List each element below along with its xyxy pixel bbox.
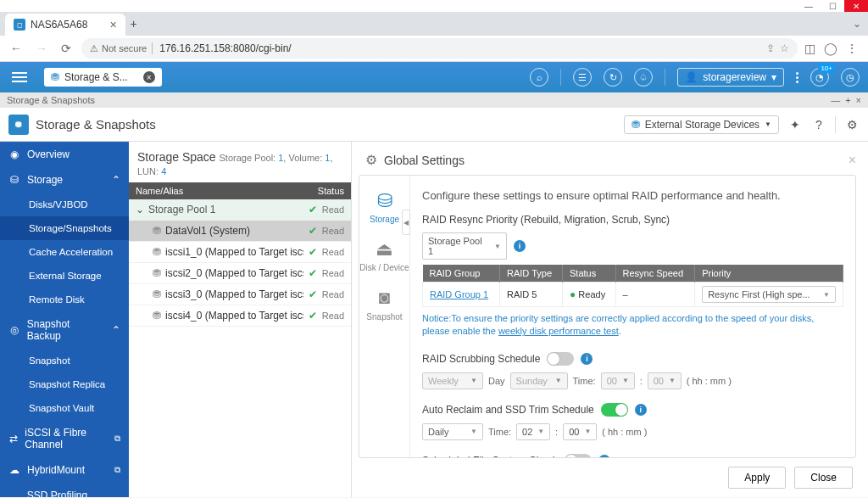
raid-group-link[interactable]: RAID Group 1 bbox=[430, 289, 488, 299]
sidebar-snapshot-backup[interactable]: ◎Snapshot Backup⌃ bbox=[0, 311, 129, 349]
scrub-day-select[interactable]: Sunday▼ bbox=[510, 372, 568, 389]
perf-test-link[interactable]: weekly disk performance test bbox=[498, 326, 619, 336]
nav-back[interactable]: ← bbox=[7, 40, 25, 57]
lun-icon: ⛃ bbox=[153, 246, 161, 258]
volume-icon: ⛃ bbox=[153, 225, 161, 237]
sidebar-cache[interactable]: Cache Acceleration bbox=[0, 240, 129, 264]
tree-row-iscsi3[interactable]: ⛃iscsi3_0 (Mapped to Target iscsi3) ✔Rea… bbox=[129, 284, 351, 305]
trim-mm-select[interactable]: 00▼ bbox=[563, 423, 597, 440]
more-menu[interactable] bbox=[796, 72, 798, 83]
window-maximize[interactable]: + bbox=[845, 95, 850, 105]
new-tab-button[interactable]: + bbox=[125, 17, 142, 31]
sidebar-ssd-profiling[interactable]: ▤SSD Profiling Tool⧉ bbox=[0, 483, 129, 497]
scrub-hh-select[interactable]: 00▼ bbox=[601, 372, 635, 389]
lun-icon: ⛃ bbox=[153, 267, 161, 279]
chevron-down-icon: ⌄ bbox=[136, 204, 144, 215]
sidebar-replica[interactable]: Snapshot Replica bbox=[0, 372, 129, 396]
sidebar-overview[interactable]: ◉Overview bbox=[0, 142, 129, 167]
raid-table: RAID Group RAID Type Status Resync Speed… bbox=[422, 265, 843, 307]
sidebar-vault[interactable]: Snapshot Vault bbox=[0, 396, 129, 420]
scrub-mm-select[interactable]: 00▼ bbox=[648, 372, 682, 389]
sidebar-iscsi[interactable]: ⇄iSCSI & Fibre Channel⧉ bbox=[0, 420, 129, 457]
address-bar[interactable]: ⚠ Not secure 176.16.251.158:8080/cgi-bin… bbox=[81, 38, 798, 59]
nav-reload[interactable]: ⟳ bbox=[58, 40, 75, 57]
sidebar-external[interactable]: External Storage bbox=[0, 264, 129, 288]
help-icon[interactable]: ? bbox=[811, 117, 826, 132]
priority-select[interactable]: Resync First (High spe...▼ bbox=[702, 286, 836, 303]
app-logo-icon: ⛃ bbox=[8, 115, 29, 135]
fsck-toggle[interactable] bbox=[565, 454, 592, 457]
share-icon[interactable]: ⇪ bbox=[766, 42, 775, 54]
dialog-close-icon[interactable]: × bbox=[849, 153, 856, 168]
win-maximize[interactable]: ☐ bbox=[821, 0, 844, 12]
raid-row[interactable]: RAID Group 1 RAID 5 ● Ready – Resync Fir… bbox=[423, 283, 843, 307]
tree-row-iscsi2[interactable]: ⛃iscsi2_0 (Mapped to Target iscsi2) ✔Rea… bbox=[129, 263, 351, 284]
chevron-up-icon: ⌃ bbox=[112, 174, 120, 186]
gauge-icon[interactable]: ◷ bbox=[841, 68, 860, 87]
sidebar-disks[interactable]: Disks/VJBOD bbox=[0, 193, 129, 216]
ssd-icon: ▤ bbox=[8, 495, 20, 497]
browser-tab[interactable]: ◻ NAS6A5A68 × bbox=[5, 14, 125, 36]
win-close[interactable]: ✕ bbox=[844, 0, 868, 12]
window-minimize[interactable]: — bbox=[831, 95, 840, 105]
info-icon[interactable]: i bbox=[514, 240, 526, 252]
close-button[interactable]: Close bbox=[794, 467, 853, 489]
profile-icon[interactable]: ◯ bbox=[824, 42, 837, 55]
storage-tree-panel: Storage Space Storage Pool: 1, Volume: 1… bbox=[129, 142, 352, 497]
sidebar-snapshot[interactable]: Snapshot bbox=[0, 349, 129, 372]
app-tab-storage[interactable]: ⛃ Storage & S... × bbox=[44, 68, 162, 87]
info-icon[interactable]: i bbox=[598, 455, 610, 457]
storage-icon: ⛁ bbox=[8, 174, 20, 186]
tree-row-iscsi1[interactable]: ⛃iscsi1_0 (Mapped to Target iscsi1) ✔Rea… bbox=[129, 242, 351, 263]
sidebar-remote[interactable]: Remote Disk bbox=[0, 288, 129, 311]
info-icon[interactable]: i bbox=[581, 353, 593, 365]
tab-dropdown-icon[interactable]: ⌄ bbox=[853, 18, 868, 30]
tree-row-datavol[interactable]: ⛃DataVol1 (System) ✔Read bbox=[129, 221, 351, 242]
window-close[interactable]: × bbox=[856, 95, 861, 105]
dialog-tab-disk[interactable]: ⏏ Disk / Device bbox=[359, 239, 409, 272]
app-tab-close[interactable]: × bbox=[143, 71, 155, 83]
gear-icon[interactable]: ⚙ bbox=[844, 117, 860, 132]
nav-forward[interactable]: → bbox=[32, 40, 51, 57]
dashboard-icon[interactable]: ◔ bbox=[810, 68, 829, 87]
user-menu[interactable]: 👤 storagereview ▾ bbox=[677, 68, 784, 87]
chevron-down-icon: ▼ bbox=[765, 120, 771, 128]
tree-row-iscsi4[interactable]: ⛃iscsi4_0 (Mapped to Target iscsi4) ✔Rea… bbox=[129, 305, 351, 327]
scrub-title: RAID Scrubbing Schedule bbox=[422, 353, 540, 365]
insecure-badge[interactable]: ⚠ Not secure bbox=[90, 43, 147, 54]
scrub-freq-select[interactable]: Weekly▼ bbox=[422, 372, 483, 389]
qnap-topbar: ⛃ Storage & S... × ⌕ ☰ ↻ ♤ 👤 storagerevi… bbox=[0, 62, 868, 92]
pool-select[interactable]: Storage Pool 1▼ bbox=[422, 232, 507, 260]
menu-hamburger[interactable] bbox=[8, 69, 31, 86]
info-icon[interactable]: i bbox=[635, 404, 647, 416]
trim-toggle[interactable] bbox=[601, 403, 628, 417]
cloud-icon: ☁ bbox=[8, 464, 20, 476]
external-link-icon: ⧉ bbox=[114, 496, 120, 497]
trim-hh-select[interactable]: 02▼ bbox=[516, 423, 550, 440]
app-header: ⛃ Storage & Snapshots ⛃ External Storage… bbox=[0, 108, 868, 142]
win-minimize[interactable]: — bbox=[797, 0, 821, 12]
extensions-icon[interactable]: ◫ bbox=[804, 42, 815, 55]
refresh-icon[interactable]: ↻ bbox=[604, 68, 622, 87]
sidebar-hybridmount[interactable]: ☁HybridMount⧉ bbox=[0, 457, 129, 483]
camera-icon: ◙ bbox=[379, 288, 390, 308]
dialog-tab-snapshot[interactable]: ◙ Snapshot bbox=[366, 288, 402, 321]
tools-icon[interactable]: ✦ bbox=[787, 117, 803, 132]
trim-freq-select[interactable]: Daily▼ bbox=[422, 423, 483, 440]
chevron-up-icon: ⌃ bbox=[112, 324, 120, 336]
bookmark-icon[interactable]: ☆ bbox=[780, 42, 789, 54]
storage-app-icon: ⛃ bbox=[51, 71, 59, 83]
sidebar-storage-snapshots[interactable]: Storage/Snapshots bbox=[0, 216, 129, 240]
menu-icon[interactable]: ⋮ bbox=[846, 42, 858, 55]
tree-row-pool[interactable]: ⌄Storage Pool 1 ✔Read bbox=[129, 199, 351, 221]
external-storage-button[interactable]: ⛃ External Storage Devices ▼ bbox=[624, 115, 779, 134]
bell-icon[interactable]: ♤ bbox=[634, 68, 653, 87]
clapper-icon[interactable]: ☰ bbox=[573, 68, 592, 87]
collapse-handle[interactable]: ◀ bbox=[402, 210, 410, 235]
sidebar-storage[interactable]: ⛁Storage⌃ bbox=[0, 167, 129, 193]
tab-close-icon[interactable]: × bbox=[109, 18, 116, 31]
apply-button[interactable]: Apply bbox=[728, 467, 786, 489]
search-icon[interactable]: ⌕ bbox=[530, 68, 548, 87]
dialog-tab-storage[interactable]: ⛁ Storage bbox=[370, 191, 399, 224]
scrub-toggle[interactable] bbox=[547, 352, 574, 366]
